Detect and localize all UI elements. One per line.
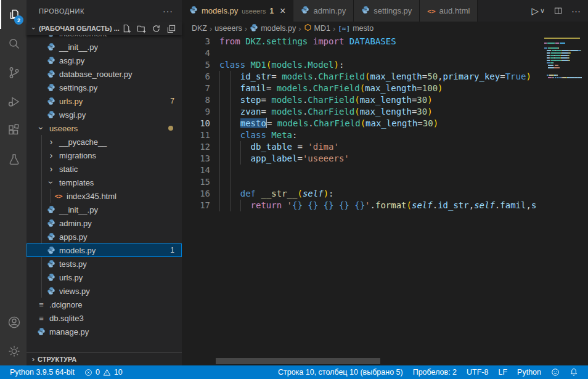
indent-guide xyxy=(230,188,231,200)
tree-item-label: __init__.py xyxy=(59,205,98,214)
tab-models[interactable]: models.pyuseeers1× xyxy=(182,0,293,22)
status-notifications[interactable] xyxy=(565,368,583,377)
tree-item-asgi-py[interactable]: asgi.py xyxy=(27,54,182,67)
tree-item-useeers[interactable]: ›useeers xyxy=(27,121,182,135)
minimap[interactable] xyxy=(542,36,584,363)
chevron-down-icon: › xyxy=(36,123,46,133)
tab-aud[interactable]: <>aud.html xyxy=(420,0,478,22)
close-icon[interactable]: × xyxy=(280,6,285,16)
tree-item-models-py[interactable]: models.py1 xyxy=(27,243,182,257)
settings-icon xyxy=(7,344,22,359)
tree-item-pycache[interactable]: ›__pycache__ xyxy=(27,135,182,149)
code-line-16[interactable]: 16 def __str__(self): xyxy=(182,188,588,200)
tree-item-urls-py[interactable]: urls.py xyxy=(27,271,182,284)
activity-item-explorer[interactable]: 2 xyxy=(0,0,27,29)
explorer-sidebar: ПРОВОДНИК ··· › (РАБОЧАЯ ОБЛАСТЬ) ... in… xyxy=(27,0,182,365)
tree-item-urls-py[interactable]: urls.py7 xyxy=(27,94,182,108)
indent-guide xyxy=(219,165,220,176)
tree-item-indexelement[interactable]: indexelement xyxy=(27,35,182,40)
explorer-more-actions-icon[interactable]: ··· xyxy=(163,6,173,16)
activity-item-extensions[interactable] xyxy=(0,116,27,145)
breadcrumb-item-md1[interactable]: MD1 xyxy=(304,23,330,33)
breadcrumb-item-dkz[interactable]: DKZ xyxy=(192,24,207,33)
activity-item-source-control[interactable] xyxy=(0,58,27,87)
code-text: zvan= models.CharField(max_length=30) xyxy=(219,106,433,118)
activity-item-account[interactable] xyxy=(0,308,27,336)
tree-item-views-py[interactable]: views.py xyxy=(27,284,182,298)
tree-item-settings-py[interactable]: settings.py xyxy=(27,81,182,94)
more-actions-button[interactable]: ··· xyxy=(571,6,581,16)
line-number: 9 xyxy=(186,106,210,118)
tree-item-wsgi-py[interactable]: wsgi.py xyxy=(27,108,182,121)
code-line-9[interactable]: 9 zvan= models.CharField(max_length=30) xyxy=(182,106,588,118)
tree-item-apps-py[interactable]: apps.py xyxy=(27,230,182,243)
tree-item-db-sqlite3[interactable]: ≡db.sqlite3 xyxy=(27,311,182,325)
code-line-17[interactable]: 17 return '{} {} {} {} {}'.format(self.i… xyxy=(182,200,588,211)
breadcrumb-item-models-py[interactable]: models.py xyxy=(250,23,296,34)
status-python-version[interactable]: Python 3.9.5 64-bit xyxy=(5,368,80,377)
tree-item-init-py[interactable]: __init__.py xyxy=(27,203,182,216)
tree-item-index345-html[interactable]: <>index345.html xyxy=(27,189,182,203)
tab-settings[interactable]: settings.py xyxy=(354,0,420,22)
code-line-13[interactable]: 13 app_label='useeers' xyxy=(182,153,588,165)
split-editor-button[interactable] xyxy=(553,6,563,15)
code-line-4[interactable]: 4 xyxy=(182,47,588,59)
tree-item-database-roouter-py[interactable]: database_roouter.py xyxy=(27,67,182,81)
tree-item-migrations[interactable]: ›migrations xyxy=(27,149,182,162)
activity-item-testing[interactable] xyxy=(0,145,27,174)
activity-item-search[interactable] xyxy=(0,29,27,58)
tree-item-admin-py[interactable]: admin.py xyxy=(27,216,182,230)
extensions-icon xyxy=(7,123,22,138)
code-line-11[interactable]: 11 class Meta: xyxy=(182,129,588,141)
field-icon: [≈] xyxy=(338,24,350,33)
indent-guide xyxy=(230,71,231,83)
tree-item-init-py[interactable]: __init__.py xyxy=(27,40,182,54)
horizontal-scrollbar[interactable] xyxy=(216,358,380,364)
python-icon xyxy=(361,6,370,16)
code-editor[interactable]: 3from DKZ.settings import DATABASES45cla… xyxy=(182,35,588,365)
line-number: 16 xyxy=(186,188,210,200)
workspace-section-header[interactable]: › (РАБОЧАЯ ОБЛАСТЬ) ... xyxy=(27,22,182,35)
run-button[interactable]: ▷∨ xyxy=(531,6,545,17)
code-text: mesto= models.CharField(max_length=30) xyxy=(219,118,438,129)
status-encoding[interactable]: UTF-8 xyxy=(462,368,493,377)
line-number: 17 xyxy=(186,200,210,211)
file-tree: indexelement__init__.pyasgi.pydatabase_r… xyxy=(27,35,182,352)
activity-item-settings[interactable] xyxy=(0,336,27,365)
line-number: 8 xyxy=(186,94,210,106)
status-cursor-position[interactable]: Строка 10, столбец 10 (выбрано 5) xyxy=(273,368,408,377)
python-icon xyxy=(46,259,56,268)
tree-item-static[interactable]: ›static xyxy=(27,162,182,176)
outline-section-header[interactable]: › СТРУКТУРА xyxy=(27,352,182,365)
activity-item-run-debug[interactable] xyxy=(0,87,27,116)
code-line-6[interactable]: 6 id_str= models.CharField(max_length=50… xyxy=(182,71,588,83)
tree-item-templates[interactable]: ›templates xyxy=(27,176,182,189)
code-line-3[interactable]: 3from DKZ.settings import DATABASES xyxy=(182,36,588,47)
indent-guide xyxy=(240,141,241,153)
chevron-down-icon: › xyxy=(46,177,56,187)
tab-admin[interactable]: admin.py xyxy=(293,0,354,22)
status-feedback[interactable] xyxy=(546,368,565,377)
breadcrumb-item-mesto[interactable]: [≈]mesto xyxy=(338,24,374,33)
code-line-15[interactable]: 15 xyxy=(182,176,588,188)
tree-item-tests-py[interactable]: tests.py xyxy=(27,257,182,271)
code-line-10[interactable]: 10 mesto= models.CharField(max_length=30… xyxy=(182,118,588,129)
new-folder-icon[interactable] xyxy=(137,24,146,33)
code-line-7[interactable]: 7 famil= models.CharField(max_length=100… xyxy=(182,83,588,94)
collapse-folders-icon[interactable] xyxy=(166,24,176,33)
status-problems[interactable]: 010 xyxy=(80,368,128,377)
tree-item-manage-py[interactable]: manage.py xyxy=(27,325,182,338)
code-line-12[interactable]: 12 db_table = 'dima' xyxy=(182,141,588,153)
refresh-icon[interactable] xyxy=(152,24,161,33)
code-line-5[interactable]: 5class MD1(models.Model): xyxy=(182,59,588,71)
new-file-icon[interactable] xyxy=(122,24,131,33)
breadcrumb-label: models.py xyxy=(261,24,296,33)
code-line-8[interactable]: 8 step= models.CharField(max_length=30) xyxy=(182,94,588,106)
breadcrumb-label: useeers xyxy=(214,24,242,33)
breadcrumb-item-useeers[interactable]: useeers xyxy=(214,24,242,33)
status-eol[interactable]: LF xyxy=(493,368,512,377)
status-language-mode[interactable]: Python xyxy=(512,368,546,377)
status-indentation[interactable]: Пробелов: 2 xyxy=(408,368,462,377)
tree-item-dcignore[interactable]: ≡.dcignore xyxy=(27,298,182,311)
code-line-14[interactable]: 14 xyxy=(182,165,588,176)
